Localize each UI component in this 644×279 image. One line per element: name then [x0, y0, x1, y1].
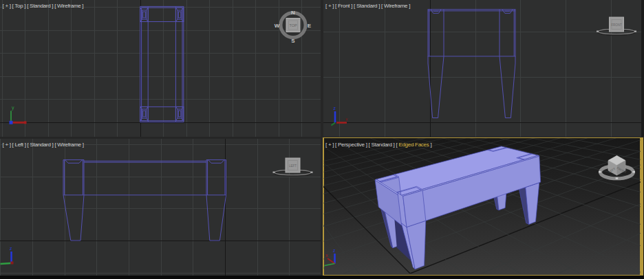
svg-text:[ + ] [ Left ] [ Standard ] [: [ + ] [ Left ] [ Standard ] [ Wireframe … [3, 142, 84, 148]
svg-text:[ + ] [ Top ] [ Standard ] [ W: [ + ] [ Top ] [ Standard ] [ Wireframe ] [3, 3, 84, 9]
svg-text:[ + ] [ Front ] [ Standard ] [: [ + ] [ Front ] [ Standard ] [ Wireframe… [325, 3, 410, 9]
svg-text:[ + ] [ Perspective ] [ Standa: [ + ] [ Perspective ] [ Standard ] [ Edg… [325, 142, 431, 148]
